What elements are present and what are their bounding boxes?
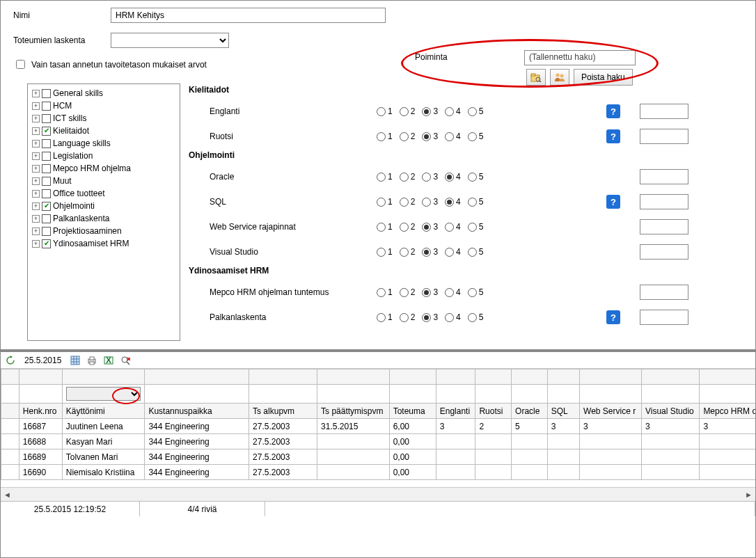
rating-radio[interactable] [422, 198, 431, 207]
tree-item[interactable]: +Kielitaidot [32, 125, 175, 137]
rating-radio[interactable] [468, 248, 477, 257]
rating-radio[interactable] [377, 132, 386, 141]
table-row[interactable]: 16689Tolvanen Mari344 Engineering27.5.20… [1, 449, 756, 465]
table-row[interactable]: 16688Kasyan Mari344 Engineering27.5.2003… [1, 434, 756, 449]
skill-value-input[interactable] [640, 169, 688, 184]
tree-item[interactable]: +Office tuotteet [32, 187, 175, 200]
column-header[interactable]: SQL [547, 404, 579, 419]
rating-radio[interactable] [377, 313, 386, 322]
rating-radio[interactable] [445, 313, 454, 322]
tree-item[interactable]: +Palkanlaskenta [32, 212, 175, 225]
tree-checkbox[interactable] [42, 202, 51, 211]
rating-radio[interactable] [445, 288, 454, 297]
horizontal-scrollbar[interactable]: ◄ ► [1, 487, 755, 501]
rating-radio[interactable] [468, 198, 477, 207]
expand-icon[interactable]: + [32, 215, 40, 223]
rating-radio[interactable] [377, 198, 386, 207]
poiminta-field[interactable]: (Tallennettu haku) [524, 50, 636, 65]
tree-checkbox[interactable] [42, 189, 51, 198]
rating-radio[interactable] [468, 107, 477, 116]
column-header[interactable]: Henk.nro [19, 404, 62, 419]
rating-radio[interactable] [422, 313, 431, 322]
rating-radio[interactable] [400, 313, 409, 322]
rating-radio[interactable] [422, 288, 431, 297]
rating-radio[interactable] [445, 223, 454, 232]
open-search-button[interactable] [526, 69, 546, 86]
rating-radio[interactable] [422, 132, 431, 141]
expand-icon[interactable]: + [32, 228, 40, 235]
rating-radio[interactable] [400, 288, 409, 297]
expand-icon[interactable]: + [32, 127, 40, 135]
skill-value-input[interactable] [640, 310, 688, 325]
rating-radio[interactable] [422, 173, 431, 182]
skill-value-input[interactable] [640, 244, 688, 260]
tree-checkbox[interactable] [42, 102, 51, 111]
column-header[interactable]: Ruotsi [475, 404, 512, 419]
grid-view-icon[interactable] [68, 353, 82, 367]
tree-item[interactable]: +Muut [32, 175, 175, 187]
vain-tasan-checkbox[interactable] [16, 60, 25, 69]
column-header[interactable]: Oracle [512, 404, 548, 419]
skill-tree[interactable]: +General skills+HCM+ICT skills+Kielitaid… [27, 83, 180, 341]
expand-icon[interactable]: + [32, 165, 40, 173]
rating-radio[interactable] [400, 173, 409, 182]
expand-icon[interactable]: + [32, 90, 40, 97]
rating-radio[interactable] [400, 248, 409, 257]
tree-item[interactable]: +Legislation [32, 150, 175, 162]
print-icon[interactable] [85, 353, 99, 367]
skill-value-input[interactable] [640, 194, 688, 209]
expand-icon[interactable]: + [32, 190, 40, 198]
table-row[interactable]: 16687Juutinen Leena344 Engineering27.5.2… [1, 419, 756, 434]
tree-item[interactable]: +HCM [32, 99, 175, 112]
rating-radio[interactable] [468, 288, 477, 297]
column-header[interactable]: Ts päättymispvm [317, 404, 390, 419]
rating-radio[interactable] [422, 223, 431, 232]
rating-radio[interactable] [445, 248, 454, 257]
rating-radio[interactable] [377, 107, 386, 116]
expand-icon[interactable]: + [32, 115, 40, 122]
scroll-right-icon[interactable]: ► [745, 491, 753, 499]
table-row[interactable]: 16690Niemisalo Kristiina344 Engineering2… [1, 465, 756, 480]
column-header[interactable]: Englanti [436, 404, 475, 419]
column-header[interactable]: Ts alkupvm [249, 404, 317, 419]
rating-radio[interactable] [468, 313, 477, 322]
skill-value-input[interactable] [640, 219, 688, 234]
results-table[interactable]: Henk.nroKäyttönimiKustannuspaikkaTs alku… [1, 369, 755, 480]
rating-radio[interactable] [422, 107, 431, 116]
rating-radio[interactable] [400, 107, 409, 116]
tree-checkbox[interactable] [42, 127, 51, 136]
rating-radio[interactable] [377, 223, 386, 232]
help-icon[interactable]: ? [606, 104, 620, 118]
rating-radio[interactable] [468, 132, 477, 141]
rating-radio[interactable] [445, 107, 454, 116]
expand-icon[interactable]: + [32, 102, 40, 110]
tree-checkbox[interactable] [42, 227, 51, 236]
rating-radio[interactable] [468, 223, 477, 232]
column-header[interactable]: Visual Studio [641, 404, 699, 419]
skill-value-input[interactable] [640, 104, 688, 119]
tree-checkbox[interactable] [42, 152, 51, 161]
excel-export-icon[interactable]: X [102, 353, 116, 367]
expand-icon[interactable]: + [32, 152, 40, 160]
tree-checkbox[interactable] [42, 164, 51, 173]
help-icon[interactable]: ? [606, 129, 620, 143]
help-icon[interactable]: ? [606, 310, 620, 324]
tree-checkbox[interactable] [42, 239, 51, 248]
tree-checkbox[interactable] [42, 89, 51, 98]
filter-select[interactable] [66, 387, 141, 401]
help-icon[interactable]: ? [606, 195, 620, 209]
tree-checkbox[interactable] [42, 114, 51, 123]
column-header[interactable]: Käyttönimi [62, 404, 145, 419]
poista-haku-button[interactable]: Poista haku [574, 69, 633, 86]
column-header[interactable]: Kustannuspaikka [145, 404, 249, 419]
refresh-icon[interactable] [3, 353, 17, 367]
tree-item[interactable]: +Mepco HRM ohjelma [32, 162, 175, 175]
expand-icon[interactable]: + [32, 177, 40, 185]
rating-radio[interactable] [422, 248, 431, 257]
rating-radio[interactable] [445, 132, 454, 141]
rating-radio[interactable] [377, 248, 386, 257]
rating-radio[interactable] [400, 198, 409, 207]
column-header[interactable]: Toteuma [389, 404, 436, 419]
column-header[interactable]: Mepco HRM ohj [700, 404, 755, 419]
rating-radio[interactable] [445, 198, 454, 207]
